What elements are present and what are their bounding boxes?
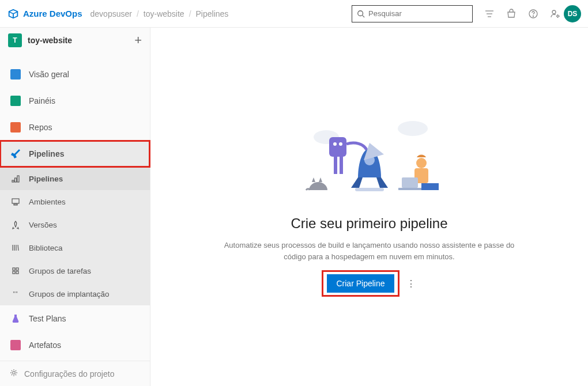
overview-icon: [9, 68, 22, 81]
avatar[interactable]: DS: [564, 5, 581, 22]
project-badge: T: [8, 33, 22, 47]
search-box[interactable]: [352, 5, 473, 22]
repos-icon: [9, 121, 22, 134]
new-item-icon[interactable]: +: [134, 33, 142, 48]
project-header[interactable]: T toy-website +: [0, 28, 150, 53]
svg-rect-30: [334, 157, 337, 174]
svg-marker-34: [319, 177, 322, 182]
svg-rect-38: [398, 188, 421, 190]
submenu-item-releases[interactable]: Versões: [0, 213, 150, 236]
project-settings-label: Configurações do projeto: [24, 369, 114, 379]
testplans-icon: [9, 312, 22, 325]
submenu-item-pipelines[interactable]: Pipelines: [0, 167, 150, 190]
submenu-item-label: Versões: [29, 221, 57, 229]
submenu-item-label: Biblioteca: [29, 244, 63, 252]
svg-rect-27: [329, 137, 346, 157]
sidebar-item-label: Pipelines: [29, 149, 64, 158]
sidebar-item-testplans[interactable]: Test Plans: [0, 305, 150, 332]
marketplace-icon[interactable]: [506, 9, 517, 19]
sidebar-item-artifacts[interactable]: Artefatos: [0, 332, 150, 358]
submenu-item-label: Grupos de implantação: [29, 290, 110, 298]
svg-rect-9: [12, 180, 14, 182]
page-subtitle: Automatize seus processos de build e lan…: [220, 240, 519, 262]
breadcrumb-item-project[interactable]: toy-website: [144, 9, 184, 18]
sidebar-item-repos[interactable]: Repos: [0, 114, 150, 141]
azure-devops-logo-icon: [7, 7, 20, 20]
svg-point-28: [333, 142, 337, 146]
svg-rect-37: [402, 177, 418, 188]
cta-highlight-box: Criar Pipeline: [322, 270, 399, 297]
search-icon: [357, 10, 365, 18]
main-content: Crie seu primeiro pipeline Automatize se…: [150, 28, 588, 386]
top-header: Azure DevOps devopsuser / toy-website / …: [0, 0, 588, 28]
svg-rect-13: [14, 204, 17, 205]
breadcrumb-separator-icon: /: [137, 9, 139, 18]
sidebar-item-label: Visão geral: [29, 70, 69, 79]
svg-rect-11: [17, 176, 19, 182]
pipelines-empty-illustration: [283, 103, 456, 206]
taskgroups-icon: [9, 264, 22, 277]
svg-point-0: [358, 10, 363, 16]
svg-rect-31: [340, 157, 343, 174]
sidebar-item-overview[interactable]: Visão geral: [0, 61, 150, 88]
project-name: toy-website: [28, 36, 134, 45]
sidebar-item-label: Artefatos: [29, 340, 61, 350]
search-input[interactable]: [368, 9, 468, 18]
submenu-item-environments[interactable]: Ambientes: [0, 190, 150, 213]
deployment-groups-icon: "": [9, 287, 22, 300]
create-pipeline-button[interactable]: Criar Pipeline: [327, 274, 394, 293]
pipelines-sub-icon: [9, 172, 22, 185]
sidebar-item-label: Test Plans: [29, 314, 66, 323]
submenu-item-deployment-groups[interactable]: "" Grupos de implantação: [0, 282, 150, 305]
cta-row: Criar Pipeline ⋮: [322, 270, 416, 297]
breadcrumb: devopsuser / toy-website / Pipelines: [88, 9, 231, 18]
filters-icon[interactable]: [484, 9, 495, 19]
submenu-item-library[interactable]: Biblioteca: [0, 236, 150, 259]
svg-point-29: [339, 142, 342, 146]
page-title: Crie seu primeiro pipeline: [291, 215, 447, 232]
submenu-item-label: Pipelines: [29, 175, 63, 183]
boards-icon: [9, 94, 22, 107]
sidebar-item-boards[interactable]: Painéis: [0, 88, 150, 114]
brand-label[interactable]: Azure DevOps: [23, 9, 82, 18]
breadcrumb-item-area[interactable]: Pipelines: [196, 9, 229, 18]
breadcrumb-separator-icon: /: [189, 9, 191, 18]
submenu-item-label: Grupos de tarefas: [29, 267, 91, 275]
svg-rect-26: [355, 188, 384, 191]
svg-marker-33: [312, 177, 315, 182]
releases-icon: [9, 218, 22, 231]
svg-point-35: [416, 158, 427, 168]
sidebar-item-label: Repos: [29, 123, 52, 132]
svg-rect-12: [12, 199, 19, 203]
svg-rect-10: [15, 178, 17, 182]
svg-line-1: [363, 15, 365, 17]
svg-point-6: [533, 16, 533, 16]
svg-rect-39: [421, 183, 439, 190]
svg-rect-19: [16, 268, 18, 270]
project-settings-link[interactable]: Configurações do projeto: [0, 361, 150, 386]
svg-point-8: [557, 15, 559, 17]
svg-rect-20: [13, 271, 15, 274]
svg-rect-21: [16, 271, 18, 274]
submenu-item-taskgroups[interactable]: Grupos de tarefas: [0, 259, 150, 282]
svg-line-17: [18, 245, 18, 251]
help-icon[interactable]: [528, 9, 538, 19]
svg-rect-18: [13, 268, 15, 270]
library-icon: [9, 241, 22, 254]
svg-point-22: [13, 372, 16, 374]
breadcrumb-item-org[interactable]: devopsuser: [91, 9, 132, 18]
artifacts-icon: [9, 339, 22, 351]
sidebar-item-label: Painéis: [29, 96, 55, 105]
submenu-item-label: Ambientes: [29, 198, 66, 206]
header-actions: [484, 9, 560, 19]
gear-icon: [9, 368, 18, 379]
user-settings-icon[interactable]: [550, 9, 560, 19]
sidebar-item-pipelines[interactable]: Pipelines: [0, 141, 150, 167]
svg-point-7: [552, 10, 556, 14]
left-sidebar: T toy-website + Visão geral Painéis Repo…: [0, 28, 150, 386]
pipelines-icon: [9, 147, 22, 160]
svg-point-24: [398, 121, 428, 136]
pipelines-submenu: Pipelines Ambientes Versões Biblioteca G…: [0, 167, 150, 305]
more-actions-icon[interactable]: ⋮: [406, 278, 417, 289]
nav-section: Visão geral Painéis Repos Pipelines Pipe…: [0, 61, 150, 358]
